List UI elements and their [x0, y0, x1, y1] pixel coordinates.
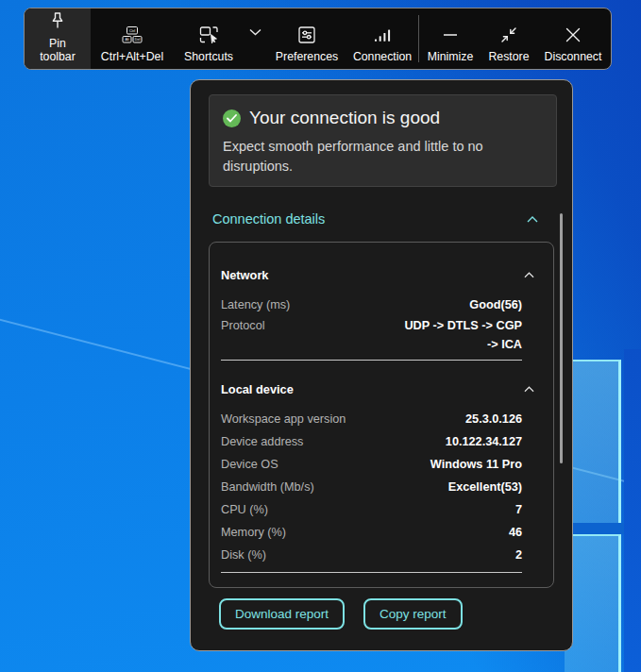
connection-button[interactable]: Connection — [347, 8, 417, 69]
check-circle-icon — [223, 109, 241, 127]
chevron-down-icon — [249, 28, 261, 36]
disconnect-label: Disconnect — [545, 50, 602, 63]
chevron-up-icon[interactable] — [524, 272, 534, 278]
ctrl-alt-del-button[interactable]: Ctrl Alt Del Ctrl+Alt+Del — [91, 8, 174, 69]
restore-label: Restore — [488, 50, 529, 63]
keyboard-keys-icon: Ctrl Alt Del — [120, 22, 144, 48]
status-description: Expect smooth performance and little to … — [223, 137, 515, 176]
pin-toolbar-button[interactable]: Pintoolbar — [25, 8, 91, 69]
wallpaper-window-pane-bottom — [565, 534, 621, 672]
detail-row-protocol: Protocol UDP -> DTLS -> CGP -> ICA — [221, 316, 534, 354]
connection-details-card: Network Latency (ms) Good(56) Protocol U… — [209, 242, 554, 588]
svg-text:Alt: Alt — [125, 38, 128, 42]
detail-row-bandwidth: Bandwidth (Mb/s) Excellent(53) — [221, 476, 534, 498]
detail-row-memory: Memory (%) 46 — [221, 521, 534, 544]
restore-arrows-icon — [498, 22, 520, 48]
wallpaper-window-pane-top — [565, 360, 621, 523]
wallpaper-right-column — [624, 349, 641, 672]
status-title: Your connection is good — [249, 108, 440, 128]
detail-row-latency: Latency (ms) Good(56) — [221, 294, 534, 316]
pin-toolbar-label: Pintoolbar — [40, 37, 76, 63]
report-actions: Download report Copy report — [219, 598, 463, 630]
disconnect-button[interactable]: Disconnect — [537, 8, 609, 69]
shortcuts-button[interactable]: Shortcuts — [174, 8, 244, 69]
shortcuts-label: Shortcuts — [184, 50, 233, 63]
preferences-sliders-icon — [295, 22, 318, 48]
citrix-toolbar: Pintoolbar Ctrl Alt Del Ctrl+Alt+Del — [24, 8, 612, 70]
pin-icon — [46, 8, 69, 35]
detail-row-device-os: Device OS Windows 11 Pro — [221, 453, 534, 476]
toolbar-divider — [418, 15, 419, 62]
copy-report-button[interactable]: Copy report — [363, 598, 463, 630]
section-header-network[interactable]: Network — [221, 263, 534, 286]
connection-label: Connection — [353, 50, 412, 63]
chevron-up-icon[interactable] — [527, 216, 538, 223]
detail-row-disk: Disk (%) 2 — [221, 544, 534, 566]
detail-row-cpu: CPU (%) 7 — [221, 498, 534, 521]
detail-row-workspace-version: Workspace app version 25.3.0.126 — [221, 408, 534, 430]
signal-bars-icon — [371, 22, 394, 48]
svg-text:Ctrl: Ctrl — [129, 28, 135, 33]
network-section-title: Network — [221, 268, 269, 282]
connection-status-panel: Your connection is good Expect smooth pe… — [190, 79, 573, 651]
preferences-label: Preferences — [276, 50, 338, 63]
svg-text:Del: Del — [135, 38, 141, 42]
minimize-button[interactable]: Minimize — [420, 8, 481, 69]
section-header-local-device[interactable]: Local device — [221, 378, 534, 400]
minimize-label: Minimize — [428, 50, 474, 63]
download-report-button[interactable]: Download report — [219, 598, 345, 630]
restore-button[interactable]: Restore — [481, 8, 537, 69]
wallpaper-pane-gap — [565, 523, 624, 534]
connection-details-label: Connection details — [212, 211, 325, 227]
chevron-up-icon[interactable] — [524, 386, 534, 393]
connection-details-toggle[interactable]: Connection details — [212, 211, 538, 227]
preferences-button[interactable]: Preferences — [266, 8, 347, 69]
desktop: Pintoolbar Ctrl Alt Del Ctrl+Alt+Del — [0, 0, 641, 672]
detail-row-device-address: Device address 10.122.34.127 — [221, 430, 534, 453]
close-x-icon — [562, 22, 584, 48]
local-device-section-title: Local device — [221, 382, 294, 396]
ctrl-alt-del-label: Ctrl+Alt+Del — [101, 50, 163, 63]
connection-status-card: Your connection is good Expect smooth pe… — [209, 94, 557, 187]
minimize-icon — [439, 22, 462, 48]
shortcuts-icon — [197, 22, 221, 48]
scrollbar[interactable] — [560, 213, 563, 463]
shortcuts-dropdown-button[interactable] — [244, 8, 266, 69]
section-divider — [221, 360, 522, 361]
section-divider — [221, 572, 522, 573]
